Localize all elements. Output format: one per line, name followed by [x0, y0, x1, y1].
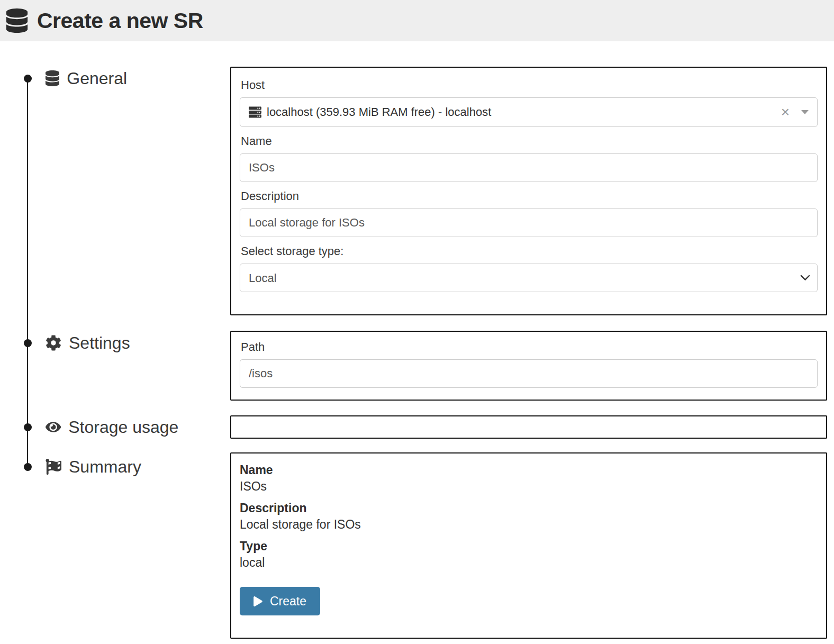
summary-description-label: Description [240, 501, 818, 515]
stepper-item-settings: Settings [24, 331, 130, 355]
stepper-bullet [24, 75, 32, 83]
caret-down-icon[interactable] [801, 110, 809, 114]
description-label: Description [241, 189, 818, 203]
name-label: Name [241, 134, 818, 148]
host-select[interactable]: localhost (359.93 MiB RAM free) - localh… [240, 97, 818, 127]
create-button-label: Create [270, 594, 306, 609]
stepper-item-storage-usage: Storage usage [24, 415, 178, 439]
stepper-bullet [24, 339, 32, 347]
flag-icon [46, 459, 61, 475]
stepper-item-general: General [24, 67, 127, 90]
summary-type-label: Type [240, 539, 818, 554]
description-input[interactable] [240, 208, 818, 237]
create-sr-wizard: General Settings Storage usage Summary H… [0, 41, 834, 639]
summary-type-value: local [240, 556, 818, 570]
name-input[interactable] [240, 153, 818, 182]
summary-name-label: Name [240, 463, 818, 477]
stepper-label-general: General [67, 69, 127, 88]
summary-section: Name ISOs Description Local storage for … [230, 452, 827, 639]
storage-usage-section [230, 415, 827, 439]
storage-type-select-wrap: Local [240, 264, 818, 292]
storage-type-label: Select storage type: [241, 244, 818, 258]
path-label: Path [241, 340, 818, 354]
stepper-label-storage-usage: Storage usage [68, 418, 178, 437]
stepper-bullet [24, 463, 32, 471]
stepper-label-summary: Summary [69, 457, 141, 477]
path-input[interactable] [240, 359, 818, 388]
storage-type-select[interactable]: Local [240, 264, 818, 292]
stepper-item-summary: Summary [24, 455, 141, 478]
play-icon [253, 596, 262, 606]
database-icon [5, 8, 29, 33]
database-icon [46, 70, 59, 86]
gear-icon [46, 335, 61, 351]
general-section: Host localhost (359.93 MiB RAM free) - l… [230, 67, 827, 315]
server-icon [249, 106, 261, 119]
settings-section: Path [230, 331, 827, 401]
clear-icon[interactable]: × [781, 105, 790, 120]
host-label: Host [241, 78, 818, 92]
summary-name-value: ISOs [240, 479, 818, 494]
stepper-line [27, 78, 28, 467]
eye-icon [46, 420, 61, 434]
create-button[interactable]: Create [240, 587, 320, 615]
page-header: Create a new SR [0, 0, 834, 41]
host-select-value: localhost (359.93 MiB RAM free) - localh… [267, 105, 491, 119]
summary-description-value: Local storage for ISOs [240, 518, 818, 532]
stepper-bullet [24, 423, 32, 431]
page-title: Create a new SR [37, 8, 203, 33]
stepper-label-settings: Settings [69, 333, 130, 353]
